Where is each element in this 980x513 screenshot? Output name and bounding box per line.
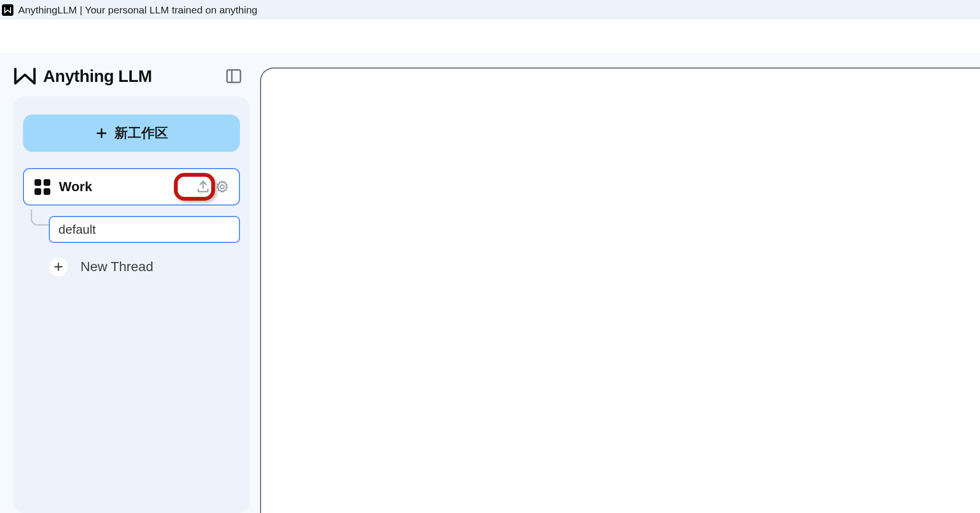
upload-icon: [196, 180, 210, 194]
collapse-sidebar-button[interactable]: [226, 68, 242, 84]
new-thread-label: New Thread: [80, 259, 153, 274]
thread-item-default[interactable]: default: [49, 216, 240, 243]
toolbar-blank: [0, 20, 980, 54]
workspace-upload-button[interactable]: [195, 179, 211, 195]
chat-canvas[interactable]: [260, 68, 980, 513]
workspace-grid-icon: [34, 179, 50, 195]
thread-tree: default New Thread: [23, 209, 240, 276]
app-root: Anything LLM 新工作区 Wo: [0, 54, 980, 513]
app-favicon: [2, 4, 13, 16]
window-title: AnythingLLM | Your personal LLM trained …: [18, 4, 257, 16]
workspace-settings-button[interactable]: [214, 179, 230, 195]
svg-point-4: [220, 185, 224, 189]
new-workspace-label: 新工作区: [114, 124, 168, 142]
new-workspace-button[interactable]: 新工作区: [23, 114, 240, 152]
new-thread-button[interactable]: New Thread: [49, 257, 240, 276]
thread-label: default: [58, 222, 96, 237]
plus-circle-icon: [49, 257, 68, 276]
brand: Anything LLM: [13, 67, 152, 86]
plus-icon: [95, 127, 108, 139]
gear-icon: [215, 180, 229, 194]
sidebar-panel: 新工作区 Work: [13, 96, 250, 513]
workspace-item[interactable]: Work: [23, 168, 240, 205]
brand-name: Anything LLM: [43, 67, 152, 86]
tree-connector: [31, 209, 50, 226]
svg-rect-0: [227, 70, 240, 82]
workspace-actions: [195, 179, 230, 195]
brand-logo-icon: [13, 67, 36, 85]
sidebar: Anything LLM 新工作区 Wo: [0, 54, 256, 513]
main-area: [256, 54, 980, 513]
browser-tabbar: AnythingLLM | Your personal LLM trained …: [0, 0, 980, 20]
brand-row: Anything LLM: [13, 67, 250, 86]
workspace-name: Work: [59, 179, 186, 194]
